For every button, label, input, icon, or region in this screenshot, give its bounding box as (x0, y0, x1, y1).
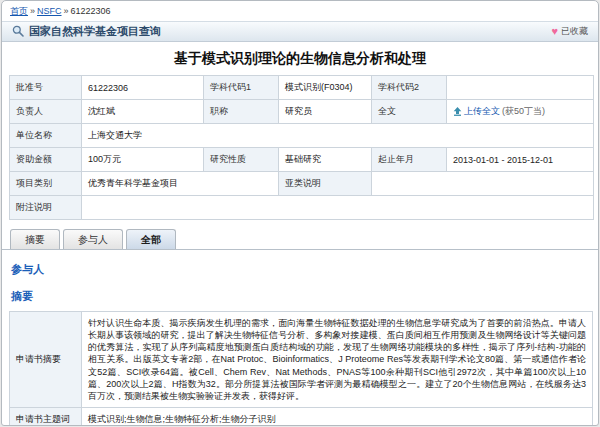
subject-code1-label: 学科代码1 (204, 76, 279, 100)
search-icon (12, 23, 24, 41)
header-bar: 国家自然科学基金项目查询 ♥ 已收藏 (2, 21, 598, 42)
subject-code1-value: 模式识别(F0304) (279, 76, 372, 100)
upload-fulltext-link[interactable]: 上传全文 (464, 106, 500, 116)
keywords-text: 模式识别;生物信息;生物特征分析;生物分子识别 (82, 407, 593, 426)
favorited-link[interactable]: ♥ 已收藏 (551, 25, 588, 38)
job-title-value: 研究员 (279, 100, 372, 124)
duration-label: 起止年月 (372, 148, 447, 172)
table-row: 批准号 61222306 学科代码1 模式识别(F0304) 学科代码2 (10, 76, 594, 100)
breadcrumb-separator: » (30, 6, 35, 16)
table-row: 申请书主题词 模式识别;生物信息;生物特征分析;生物分子识别 (10, 407, 593, 426)
tab-bar: 摘要 参与人 全部 (2, 229, 598, 250)
table-row: 单位名称 上海交通大学 (10, 124, 594, 148)
breadcrumb: 首页»NSFC»61222306 (2, 1, 598, 21)
remarks-label: 附注说明 (10, 196, 82, 220)
project-title: 基于模式识别理论的生物信息分析和处理 (2, 50, 598, 68)
section-title-abstract: 摘要 (11, 289, 598, 304)
fulltext-label: 全文 (372, 100, 447, 124)
tab-all[interactable]: 全部 (126, 229, 176, 249)
tab-abstract[interactable]: 摘要 (10, 229, 60, 249)
funding-amount-label: 资助金额 (10, 148, 82, 172)
tab-participants[interactable]: 参与人 (63, 229, 123, 249)
upload-reward: (获50丁当) (502, 106, 545, 116)
page-title: 国家自然科学基金项目查询 (29, 24, 161, 39)
upload-icon (453, 106, 462, 116)
breadcrumb-separator: » (64, 6, 69, 16)
abstract-label: 申请书摘要 (10, 312, 82, 408)
subcategory-value (372, 172, 594, 196)
job-title-label: 职称 (204, 100, 279, 124)
breadcrumb-current: 61222306 (71, 6, 111, 16)
project-category-value: 优秀青年科学基金项目 (82, 172, 279, 196)
project-category-label: 项目类别 (10, 172, 82, 196)
subject-code2-label: 学科代码2 (372, 76, 447, 100)
institution-value: 上海交通大学 (82, 124, 594, 148)
subcategory-label: 亚类说明 (279, 172, 372, 196)
table-row: 资助金额 100万元 研究性质 基础研究 起止年月 2013-01-01 - 2… (10, 148, 594, 172)
favorited-label: 已收藏 (561, 25, 588, 38)
subject-code2-value (447, 76, 594, 100)
table-row: 负责人 沈红斌 职称 研究员 全文 上传全文(获50丁当) (10, 100, 594, 124)
research-type-label: 研究性质 (204, 148, 279, 172)
abstract-text: 针对认识生命本质、揭示疾病发生机理的需求，面向海量生物特征数据处理的生物信息学研… (82, 312, 593, 408)
page: 首页»NSFC»61222306 国家自然科学基金项目查询 ♥ 已收藏 基于模式… (1, 0, 599, 426)
keywords-label: 申请书主题词 (10, 407, 82, 426)
header-left: 国家自然科学基金项目查询 (12, 23, 161, 41)
pi-value: 沈红斌 (82, 100, 204, 124)
research-type-value: 基础研究 (279, 148, 372, 172)
funding-amount-value: 100万元 (82, 148, 204, 172)
fulltext-cell: 上传全文(获50丁当) (447, 100, 594, 124)
grant-number-value: 61222306 (82, 76, 204, 100)
abstract-table: 申请书摘要 针对认识生命本质、揭示疾病发生机理的需求，面向海量生物特征数据处理的… (9, 311, 593, 426)
breadcrumb-nsfc-link[interactable]: NSFC (37, 6, 62, 16)
table-row: 项目类别 优秀青年科学基金项目 亚类说明 (10, 172, 594, 196)
duration-value: 2013-01-01 - 2015-12-01 (447, 148, 594, 172)
section-title-participants: 参与人 (11, 262, 598, 277)
project-info-table: 批准号 61222306 学科代码1 模式识别(F0304) 学科代码2 负责人… (9, 75, 594, 220)
grant-number-label: 批准号 (10, 76, 82, 100)
heart-icon: ♥ (551, 26, 558, 37)
pi-label: 负责人 (10, 100, 82, 124)
table-row: 附注说明 (10, 196, 594, 220)
table-row: 申请书摘要 针对认识生命本质、揭示疾病发生机理的需求，面向海量生物特征数据处理的… (10, 312, 593, 408)
breadcrumb-home-link[interactable]: 首页 (10, 6, 28, 16)
institution-label: 单位名称 (10, 124, 82, 148)
remarks-value (82, 196, 594, 220)
